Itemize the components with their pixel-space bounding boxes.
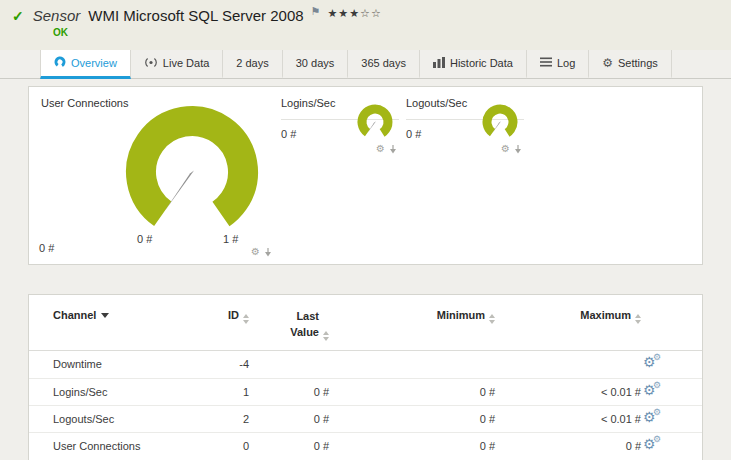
tab-365-days[interactable]: 365 days bbox=[348, 50, 420, 79]
table-header-row: Channel ID Last Value Minimum Maximum bbox=[29, 295, 702, 351]
live-data-broadcast-icon bbox=[144, 57, 158, 70]
gauge-needle bbox=[368, 121, 377, 132]
gear-icon[interactable]: ⚙ bbox=[376, 144, 385, 154]
channel-name[interactable]: User Connections bbox=[29, 440, 203, 452]
tab-label: 30 days bbox=[296, 57, 335, 69]
content-area: User Connections 0 # 0 # 1 # ⚙ Logins/Se… bbox=[0, 79, 731, 460]
logouts-gauge-block: Logouts/Sec 0 # ⚙ bbox=[406, 95, 524, 165]
channel-minimum: 0 # bbox=[331, 413, 497, 425]
logins-gauge bbox=[355, 102, 395, 142]
user-connections-gauge bbox=[117, 97, 267, 247]
channel-name[interactable]: Downtime bbox=[29, 358, 203, 370]
tab-label: Log bbox=[557, 57, 575, 69]
header-channel[interactable]: Channel bbox=[29, 309, 203, 321]
channel-id: -4 bbox=[203, 358, 251, 370]
channels-table-panel: Channel ID Last Value Minimum Maximum Do… bbox=[28, 294, 703, 460]
overview-gauge-icon bbox=[54, 56, 66, 70]
channel-name[interactable]: Logins/Sec bbox=[29, 386, 203, 398]
gauge-needle bbox=[493, 121, 502, 132]
page-title: WMI Microsoft SQL Server 2008 bbox=[88, 7, 303, 24]
tab-label: 2 days bbox=[236, 57, 268, 69]
tab-log[interactable]: Log bbox=[527, 50, 589, 79]
gauges-panel: User Connections 0 # 0 # 1 # ⚙ Logins/Se… bbox=[28, 86, 703, 265]
tab-30-days[interactable]: 30 days bbox=[283, 50, 349, 79]
tab-historic-data[interactable]: Historic Data bbox=[420, 50, 527, 79]
channel-id: 1 bbox=[203, 386, 251, 398]
tab-2-days[interactable]: 2 days bbox=[223, 50, 282, 79]
tab-bar: Overview Live Data 2 days 30 days 365 da… bbox=[0, 50, 731, 79]
table-row[interactable]: Downtime -4 ⚙⚙ bbox=[29, 351, 702, 378]
table-row[interactable]: User Connections 0 0 # 0 # 0 # ⚙⚙ bbox=[29, 432, 702, 459]
header-label: Channel bbox=[53, 309, 96, 321]
channel-last-value: 0 # bbox=[251, 413, 331, 425]
channel-settings-icon[interactable]: ⚙⚙ bbox=[643, 383, 665, 399]
gauge-needle bbox=[165, 171, 195, 212]
tab-settings[interactable]: ⚙ Settings bbox=[589, 50, 672, 79]
object-kind-label: Sensor bbox=[33, 7, 81, 24]
header-label: Maximum bbox=[580, 309, 631, 321]
sort-icon[interactable] bbox=[635, 314, 641, 324]
channel-maximum: < 0.01 # bbox=[497, 413, 643, 425]
historic-chart-icon bbox=[433, 57, 445, 70]
channel-settings-icon[interactable]: ⚙⚙ bbox=[643, 410, 665, 426]
header-minimum[interactable]: Minimum bbox=[331, 309, 497, 324]
primary-gauge-max-label: 1 # bbox=[223, 233, 238, 245]
stars-empty[interactable]: ☆☆ bbox=[360, 7, 382, 19]
sort-icon[interactable] bbox=[489, 314, 495, 324]
header-maximum[interactable]: Maximum bbox=[497, 309, 643, 324]
gear-icon[interactable]: ⚙ bbox=[501, 144, 510, 154]
channel-id: 0 bbox=[203, 440, 251, 452]
tab-label: 365 days bbox=[361, 57, 406, 69]
logouts-gauge bbox=[480, 102, 520, 142]
table-row[interactable]: Logouts/Sec 2 0 # 0 # < 0.01 # ⚙⚙ bbox=[29, 405, 702, 432]
pin-icon[interactable] bbox=[389, 145, 397, 154]
logouts-gauge-value: 0 # bbox=[406, 128, 421, 140]
sensor-header: ✓ Sensor WMI Microsoft SQL Server 2008 ⚑… bbox=[0, 0, 731, 50]
table-row[interactable]: Logins/Sec 1 0 # 0 # < 0.01 # ⚙⚙ bbox=[29, 378, 702, 405]
channel-maximum: < 0.01 # bbox=[497, 386, 643, 398]
channel-minimum: 0 # bbox=[331, 440, 497, 452]
logins-gauge-value: 0 # bbox=[281, 128, 296, 140]
channel-name[interactable]: Logouts/Sec bbox=[29, 413, 203, 425]
settings-gear-icon: ⚙ bbox=[602, 57, 613, 69]
logouts-gauge-actions: ⚙ bbox=[501, 144, 522, 154]
primary-gauge-actions: ⚙ bbox=[251, 247, 272, 257]
status-badge: OK bbox=[53, 27, 719, 38]
header-label: Last Value bbox=[283, 309, 319, 341]
tab-label: Settings bbox=[618, 57, 658, 69]
pin-icon[interactable] bbox=[264, 248, 272, 257]
log-list-icon bbox=[540, 57, 552, 69]
channel-last-value: 0 # bbox=[251, 440, 331, 452]
pin-icon[interactable] bbox=[514, 145, 522, 154]
channel-id: 2 bbox=[203, 413, 251, 425]
tab-label: Live Data bbox=[163, 57, 209, 69]
logouts-gauge-title: Logouts/Sec bbox=[406, 97, 467, 109]
header-last-value[interactable]: Last Value bbox=[251, 309, 331, 341]
tab-overview[interactable]: Overview bbox=[40, 50, 131, 79]
channel-maximum: 0 # bbox=[497, 440, 643, 452]
channel-minimum: 0 # bbox=[331, 386, 497, 398]
primary-gauge-title: User Connections bbox=[41, 97, 128, 109]
primary-gauge-value: 0 # bbox=[39, 242, 54, 254]
tab-label: Overview bbox=[71, 57, 117, 69]
channel-last-value: 0 # bbox=[251, 386, 331, 398]
stars-filled[interactable]: ★★★ bbox=[327, 7, 360, 19]
sort-icon[interactable] bbox=[323, 331, 329, 341]
status-ok-check-icon: ✓ bbox=[12, 8, 24, 24]
tab-label: Historic Data bbox=[450, 57, 513, 69]
favorite-rating[interactable]: ★★★☆☆ bbox=[327, 7, 381, 20]
gear-icon[interactable]: ⚙ bbox=[251, 247, 260, 257]
logins-gauge-block: Logins/Sec 0 # ⚙ bbox=[281, 95, 399, 165]
header-label: ID bbox=[228, 309, 239, 321]
sort-icon[interactable] bbox=[243, 314, 249, 324]
channel-settings-icon[interactable]: ⚙⚙ bbox=[643, 355, 665, 371]
logins-gauge-title: Logins/Sec bbox=[281, 97, 335, 109]
header-id[interactable]: ID bbox=[203, 309, 251, 324]
logins-gauge-actions: ⚙ bbox=[376, 144, 397, 154]
tab-live-data[interactable]: Live Data bbox=[131, 50, 223, 79]
channel-sort-dropdown-icon[interactable] bbox=[101, 313, 109, 318]
primary-gauge-min-label: 0 # bbox=[137, 233, 152, 245]
priority-flag-icon[interactable]: ⚑ bbox=[311, 5, 321, 18]
header-label: Minimum bbox=[437, 309, 485, 321]
channel-settings-icon[interactable]: ⚙⚙ bbox=[643, 437, 665, 453]
